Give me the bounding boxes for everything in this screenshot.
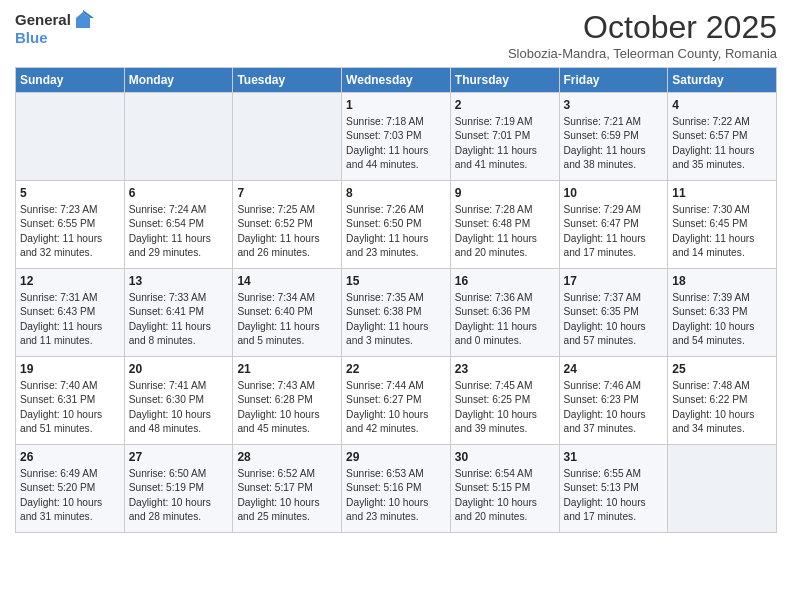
location-subtitle: Slobozia-Mandra, Teleorman County, Roman… (508, 46, 777, 61)
calendar-week-row: 1Sunrise: 7:18 AMSunset: 7:03 PMDaylight… (16, 93, 777, 181)
day-info: Sunrise: 7:43 AM (237, 379, 337, 393)
day-number: 27 (129, 449, 229, 466)
calendar-cell: 5Sunrise: 7:23 AMSunset: 6:55 PMDaylight… (16, 181, 125, 269)
day-info: Daylight: 11 hours (129, 232, 229, 246)
day-info: Sunrise: 6:55 AM (564, 467, 664, 481)
day-info: Daylight: 11 hours (20, 232, 120, 246)
day-info: Sunset: 6:22 PM (672, 393, 772, 407)
day-info: Sunset: 6:25 PM (455, 393, 555, 407)
day-info: Sunset: 6:57 PM (672, 129, 772, 143)
day-info: and 42 minutes. (346, 422, 446, 436)
day-info: Daylight: 10 hours (129, 496, 229, 510)
day-number: 8 (346, 185, 446, 202)
day-info: Sunrise: 7:46 AM (564, 379, 664, 393)
calendar-cell: 22Sunrise: 7:44 AMSunset: 6:27 PMDayligh… (342, 357, 451, 445)
calendar-cell: 3Sunrise: 7:21 AMSunset: 6:59 PMDaylight… (559, 93, 668, 181)
calendar-cell: 1Sunrise: 7:18 AMSunset: 7:03 PMDaylight… (342, 93, 451, 181)
day-info: Daylight: 11 hours (237, 232, 337, 246)
calendar-cell (124, 93, 233, 181)
weekday-header: Saturday (668, 68, 777, 93)
calendar-cell (16, 93, 125, 181)
day-info: Daylight: 10 hours (20, 408, 120, 422)
day-info: Sunrise: 7:31 AM (20, 291, 120, 305)
day-info: Sunset: 7:03 PM (346, 129, 446, 143)
title-block: October 2025 Slobozia-Mandra, Teleorman … (508, 10, 777, 61)
calendar-cell: 7Sunrise: 7:25 AMSunset: 6:52 PMDaylight… (233, 181, 342, 269)
calendar-cell: 29Sunrise: 6:53 AMSunset: 5:16 PMDayligh… (342, 445, 451, 533)
day-info: Daylight: 10 hours (237, 408, 337, 422)
day-info: Daylight: 11 hours (237, 320, 337, 334)
day-info: Daylight: 11 hours (672, 232, 772, 246)
day-info: Daylight: 10 hours (455, 408, 555, 422)
logo-blue: Blue (15, 30, 94, 47)
day-info: Sunset: 6:27 PM (346, 393, 446, 407)
calendar-header-row: SundayMondayTuesdayWednesdayThursdayFrid… (16, 68, 777, 93)
day-number: 26 (20, 449, 120, 466)
day-info: Daylight: 11 hours (455, 144, 555, 158)
calendar-cell: 9Sunrise: 7:28 AMSunset: 6:48 PMDaylight… (450, 181, 559, 269)
day-info: Sunrise: 7:21 AM (564, 115, 664, 129)
day-info: Sunset: 6:28 PM (237, 393, 337, 407)
day-info: Daylight: 10 hours (20, 496, 120, 510)
day-info: Sunset: 6:40 PM (237, 305, 337, 319)
day-info: Daylight: 11 hours (455, 320, 555, 334)
day-info: Sunrise: 7:22 AM (672, 115, 772, 129)
day-info: and 34 minutes. (672, 422, 772, 436)
calendar-cell: 2Sunrise: 7:19 AMSunset: 7:01 PMDaylight… (450, 93, 559, 181)
day-info: Sunset: 5:17 PM (237, 481, 337, 495)
day-info: Sunset: 6:41 PM (129, 305, 229, 319)
day-info: and 3 minutes. (346, 334, 446, 348)
weekday-header: Tuesday (233, 68, 342, 93)
day-info: Sunset: 6:48 PM (455, 217, 555, 231)
day-info: and 44 minutes. (346, 158, 446, 172)
calendar-cell: 15Sunrise: 7:35 AMSunset: 6:38 PMDayligh… (342, 269, 451, 357)
day-info: Daylight: 11 hours (20, 320, 120, 334)
day-info: and 32 minutes. (20, 246, 120, 260)
calendar-cell: 19Sunrise: 7:40 AMSunset: 6:31 PMDayligh… (16, 357, 125, 445)
day-number: 5 (20, 185, 120, 202)
day-info: and 57 minutes. (564, 334, 664, 348)
day-number: 17 (564, 273, 664, 290)
day-info: Sunrise: 7:37 AM (564, 291, 664, 305)
day-number: 23 (455, 361, 555, 378)
day-number: 29 (346, 449, 446, 466)
calendar-week-row: 19Sunrise: 7:40 AMSunset: 6:31 PMDayligh… (16, 357, 777, 445)
day-info: and 20 minutes. (455, 510, 555, 524)
day-number: 11 (672, 185, 772, 202)
calendar-cell: 30Sunrise: 6:54 AMSunset: 5:15 PMDayligh… (450, 445, 559, 533)
day-info: Daylight: 11 hours (346, 320, 446, 334)
calendar-cell: 6Sunrise: 7:24 AMSunset: 6:54 PMDaylight… (124, 181, 233, 269)
day-number: 12 (20, 273, 120, 290)
month-title: October 2025 (508, 10, 777, 45)
day-info: Sunset: 6:36 PM (455, 305, 555, 319)
day-number: 20 (129, 361, 229, 378)
day-info: Sunset: 6:52 PM (237, 217, 337, 231)
day-info: Sunset: 5:15 PM (455, 481, 555, 495)
day-number: 22 (346, 361, 446, 378)
day-number: 15 (346, 273, 446, 290)
day-info: Daylight: 11 hours (346, 232, 446, 246)
day-info: Sunset: 7:01 PM (455, 129, 555, 143)
day-info: Sunset: 5:19 PM (129, 481, 229, 495)
calendar-cell: 12Sunrise: 7:31 AMSunset: 6:43 PMDayligh… (16, 269, 125, 357)
day-info: and 26 minutes. (237, 246, 337, 260)
weekday-header: Friday (559, 68, 668, 93)
day-info: and 54 minutes. (672, 334, 772, 348)
day-number: 6 (129, 185, 229, 202)
day-info: Sunrise: 7:44 AM (346, 379, 446, 393)
day-info: Sunrise: 7:26 AM (346, 203, 446, 217)
day-number: 31 (564, 449, 664, 466)
day-number: 2 (455, 97, 555, 114)
weekday-header: Thursday (450, 68, 559, 93)
day-info: and 28 minutes. (129, 510, 229, 524)
day-info: Daylight: 10 hours (346, 408, 446, 422)
day-info: and 38 minutes. (564, 158, 664, 172)
logo-icon (72, 10, 94, 32)
day-info: Sunrise: 7:23 AM (20, 203, 120, 217)
day-info: Sunset: 6:54 PM (129, 217, 229, 231)
day-info: and 23 minutes. (346, 510, 446, 524)
day-info: Sunset: 5:13 PM (564, 481, 664, 495)
day-info: Sunset: 6:43 PM (20, 305, 120, 319)
day-info: Sunrise: 7:33 AM (129, 291, 229, 305)
day-number: 25 (672, 361, 772, 378)
